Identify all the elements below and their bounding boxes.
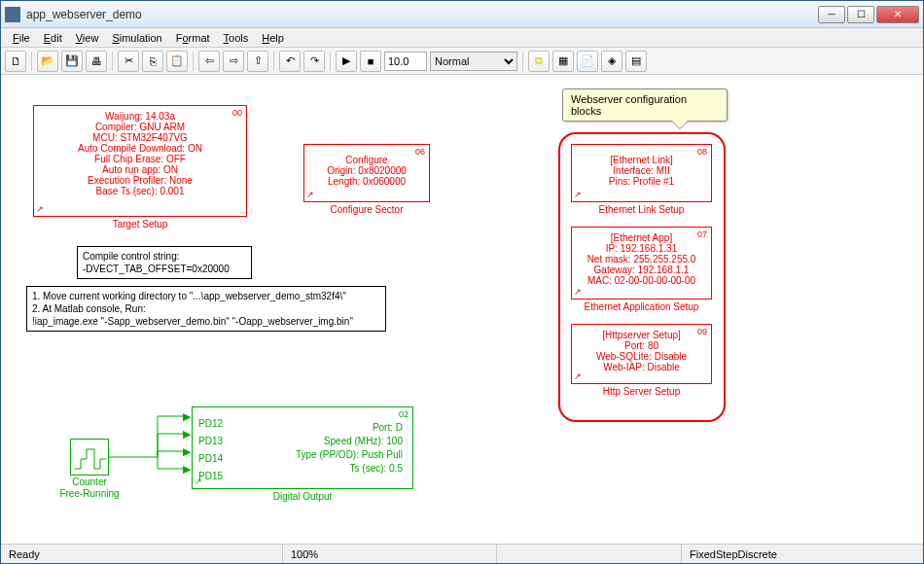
ethernet-link-block[interactable]: 08 [Ethernet Link] Interface: MII Pins: …	[571, 144, 712, 202]
status-blank	[497, 545, 682, 563]
menu-edit[interactable]: Edit	[38, 30, 68, 46]
window-title: app_webserver_demo	[26, 8, 818, 21]
status-zoom: 100%	[283, 545, 497, 563]
app-window: app_webserver_demo ─ ☐ ✕ File Edit View …	[0, 0, 924, 564]
status-solver: FixedStepDiscrete	[682, 545, 923, 563]
tool-icon-2[interactable]: ▦	[552, 51, 574, 72]
link-icon: ↗	[574, 190, 582, 199]
menu-format[interactable]: Format	[170, 30, 216, 46]
redo-icon[interactable]: ↷	[303, 51, 325, 72]
back-icon[interactable]: ⇦	[198, 51, 220, 72]
undo-icon[interactable]: ↶	[279, 51, 301, 72]
paste-icon[interactable]: 📋	[166, 51, 188, 72]
titlebar[interactable]: app_webserver_demo ─ ☐ ✕	[1, 1, 923, 28]
counter-waveform-icon	[71, 440, 110, 476]
link-icon: ↗	[36, 204, 44, 214]
close-button[interactable]: ✕	[876, 6, 919, 23]
target-setup-content: Waijung: 14.03a Compiler: GNU ARM MCU: S…	[34, 106, 246, 196]
copy-icon[interactable]: ⎘	[142, 51, 163, 72]
compile-control-textbox[interactable]: Compile control string: -DVECT_TAB_OFFSE…	[77, 246, 252, 279]
play-icon[interactable]: ▶	[336, 51, 357, 72]
tool-icon-3[interactable]: 📄	[577, 51, 598, 72]
link-icon: ↗	[306, 190, 314, 199]
forward-icon[interactable]: ⇨	[223, 51, 244, 72]
new-icon[interactable]: 🗋	[5, 51, 26, 72]
target-setup-block[interactable]: 00 Waijung: 14.03a Compiler: GNU ARM MCU…	[33, 105, 247, 217]
minimize-button[interactable]: ─	[818, 6, 845, 23]
statusbar: Ready 100% FixedStepDiscrete	[1, 544, 923, 563]
counter-block[interactable]	[70, 439, 109, 476]
menu-tools[interactable]: Tools	[218, 30, 255, 46]
menu-help[interactable]: Help	[256, 30, 290, 46]
tool-icon-1[interactable]: ⧉	[528, 51, 550, 72]
signal-wire	[109, 406, 187, 475]
http-server-label: Http Server Setup	[571, 386, 712, 397]
ethernet-app-block[interactable]: 07 [Ethernet App] IP: 192.168.1.31 Net m…	[571, 227, 712, 300]
counter-label-2: Free-Running	[49, 488, 130, 499]
link-icon: ↗	[574, 371, 582, 381]
model-canvas[interactable]: 00 Waijung: 14.03a Compiler: GNU ARM MCU…	[2, 76, 922, 543]
menu-view[interactable]: View	[70, 30, 105, 46]
cut-icon[interactable]: ✂	[118, 51, 139, 72]
ethernet-app-label: Ethernet Application Setup	[571, 301, 712, 312]
status-ready: Ready	[1, 545, 283, 563]
digital-output-label: Digital Output	[192, 491, 413, 502]
menubar: File Edit View Simulation Format Tools H…	[1, 28, 923, 48]
digital-output-block[interactable]: 02 PD12 PD13 PD14 PD15 Port: D Speed (MH…	[192, 406, 413, 489]
link-icon: ↗	[574, 287, 582, 297]
http-server-block[interactable]: 09 [Httpserver Setup] Port: 80 Web-SQLit…	[571, 324, 712, 384]
app-icon	[5, 7, 20, 22]
menu-simulation[interactable]: Simulation	[106, 30, 167, 46]
simulation-mode-select[interactable]: Normal	[430, 52, 517, 71]
up-icon[interactable]: ⇧	[247, 51, 268, 72]
tool-icon-5[interactable]: ▤	[625, 51, 647, 72]
link-icon: ↗	[195, 476, 202, 486]
target-setup-label: Target Setup	[33, 219, 247, 229]
maximize-button[interactable]: ☐	[847, 6, 874, 23]
save-icon[interactable]: 💾	[61, 51, 83, 72]
open-icon[interactable]: 📂	[37, 51, 58, 72]
tool-icon-4[interactable]: ◈	[601, 51, 622, 72]
menu-file[interactable]: File	[7, 30, 36, 46]
stop-icon[interactable]: ■	[360, 51, 381, 72]
toolbar: 🗋 📂 💾 🖶 ✂ ⎘ 📋 ⇦ ⇨ ⇧ ↶ ↷ ▶ ■ Normal ⧉ ▦ 📄…	[1, 48, 923, 75]
instructions-textbox[interactable]: 1. Move current working directory to "..…	[26, 286, 386, 332]
webserver-tooltip: Webserver configuration blocks	[562, 88, 728, 122]
simulation-time-input[interactable]	[384, 52, 427, 71]
ethernet-link-label: Ethernet Link Setup	[571, 204, 712, 215]
print-icon[interactable]: 🖶	[86, 51, 107, 72]
configure-sector-block[interactable]: 06 Configure Origin: 0x8020000 Length: 0…	[303, 144, 430, 202]
counter-label-1: Counter	[49, 476, 130, 487]
configure-sector-label: Configure Sector	[303, 204, 430, 215]
